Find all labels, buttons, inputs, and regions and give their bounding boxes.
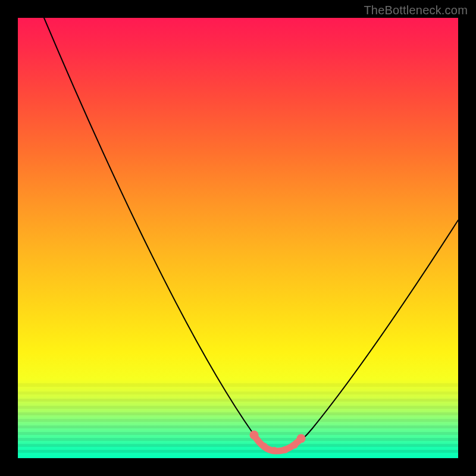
trough-node-icon <box>291 441 298 449</box>
trough-node-icon <box>297 434 306 443</box>
bottleneck-curve-line <box>44 18 458 451</box>
watermark-label: TheBottleneck.com <box>364 4 468 17</box>
bottleneck-curve-svg <box>18 18 458 458</box>
chart-frame: TheBottleneck.com <box>0 0 476 476</box>
trough-node-icon <box>261 443 268 450</box>
trough-node-icon <box>281 446 289 453</box>
plot-area <box>18 18 458 458</box>
trough-node-icon <box>271 447 278 454</box>
trough-node-icon <box>250 431 259 440</box>
